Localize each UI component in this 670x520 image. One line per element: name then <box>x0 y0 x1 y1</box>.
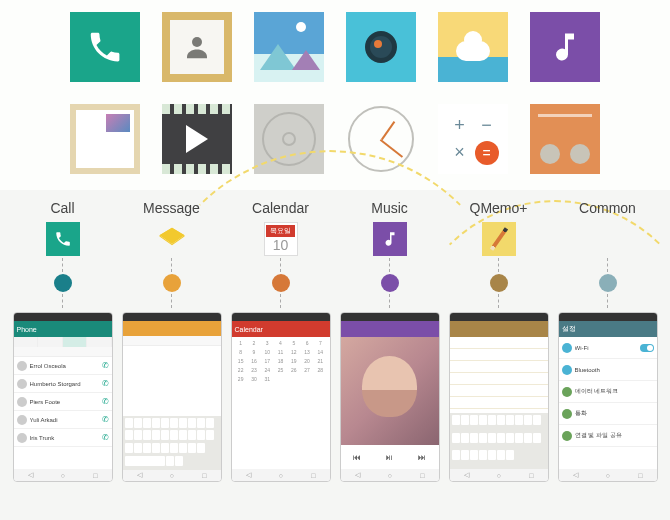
action-bar <box>341 321 439 337</box>
calculator-icon[interactable]: + − × = <box>438 104 508 174</box>
color-dot <box>54 274 72 292</box>
contact-list: Errol Osceola✆ Humberto Storgard✆ Piers … <box>14 357 112 469</box>
nav-bar: ◁○□ <box>14 469 112 481</box>
action-bar: Calendar <box>232 321 330 337</box>
action-bar: Phone <box>14 321 112 337</box>
search-field[interactable] <box>14 347 112 357</box>
phone-icon: ✆ <box>102 379 109 388</box>
phone-icon: ✆ <box>102 415 109 424</box>
album-art <box>341 337 439 445</box>
nav-bar: ◁○□ <box>232 469 330 481</box>
pencil-icon <box>489 227 507 251</box>
camera-icon[interactable] <box>346 12 416 82</box>
placeholder-icon <box>591 222 625 256</box>
phone-icon: ✆ <box>102 361 109 370</box>
file-manager-icon[interactable] <box>254 104 324 174</box>
icon-grid: + − × = <box>50 12 620 174</box>
radio-icon[interactable] <box>530 104 600 174</box>
theme-mapping-panel: Call Phone Errol Osceola✆ Humberto Storg… <box>0 190 670 520</box>
clock-icon[interactable] <box>346 104 416 174</box>
action-bar: 설정 <box>559 321 657 337</box>
gallery-icon[interactable] <box>254 12 324 82</box>
weather-icon[interactable] <box>438 12 508 82</box>
color-dot <box>381 274 399 292</box>
call-app-screenshot: Phone Errol Osceola✆ Humberto Storgard✆ … <box>13 312 113 482</box>
multiply-sign: × <box>446 139 473 166</box>
svg-point-0 <box>192 37 202 47</box>
phone-icon: ✆ <box>102 433 109 442</box>
calendar-icon[interactable]: 목요일 10 <box>264 222 298 256</box>
message-input[interactable] <box>123 336 221 346</box>
list-item[interactable]: Piers Foote✆ <box>14 393 112 411</box>
phone-icon: ✆ <box>102 397 109 406</box>
message-app-screenshot: ◁○□ <box>122 312 222 482</box>
video-icon[interactable] <box>162 104 232 174</box>
phone-icon[interactable] <box>70 12 140 82</box>
memo-canvas[interactable] <box>450 337 548 413</box>
contacts-icon[interactable] <box>162 12 232 82</box>
theme-column-qmemo: QMemo+ ◁○□ <box>448 200 549 510</box>
qmemo-app-screenshot: ◁○□ <box>449 312 549 482</box>
list-item[interactable]: Errol Osceola✆ <box>14 357 112 375</box>
theme-column-music: Music ⏮ ⏯ ⏭ ◁○□ <box>339 200 440 510</box>
theme-column-message: Message ◁○□ <box>121 200 222 510</box>
color-dot <box>490 274 508 292</box>
list-item[interactable]: Wi-Fi <box>559 337 657 359</box>
nav-bar: ◁○□ <box>123 470 221 482</box>
nav-bar: ◁○□ <box>450 469 548 481</box>
music-icon[interactable] <box>530 12 600 82</box>
color-dot <box>272 274 290 292</box>
calendar-day-number: 10 <box>273 237 289 253</box>
qmemo-icon[interactable] <box>482 222 516 256</box>
theme-column-common: Common 설정 Wi-Fi Bluetooth 데이터 네트워크 통화 연결… <box>557 200 658 510</box>
list-item[interactable]: Humberto Storgard✆ <box>14 375 112 393</box>
tab-bar <box>14 337 112 347</box>
month-grid[interactable]: 1234567 891011121314 15161718192021 2223… <box>232 337 330 469</box>
list-item[interactable]: Bluetooth <box>559 359 657 381</box>
message-icon[interactable] <box>155 222 189 256</box>
keyboard[interactable] <box>123 416 221 470</box>
icon-showcase-panel: + − × = <box>0 0 670 190</box>
column-label: Music <box>371 200 408 218</box>
settings-app-screenshot: 설정 Wi-Fi Bluetooth 데이터 네트워크 통화 연결 및 파일 공… <box>558 312 658 482</box>
action-bar <box>123 321 221 336</box>
theme-column-call: Call Phone Errol Osceola✆ Humberto Storg… <box>12 200 113 510</box>
column-label: Call <box>50 200 74 218</box>
next-button[interactable]: ⏭ <box>418 453 426 462</box>
column-label: Calendar <box>252 200 309 218</box>
column-label: Message <box>143 200 200 218</box>
color-dot <box>163 274 181 292</box>
list-item[interactable]: 연결 및 파일 공유 <box>559 425 657 447</box>
action-bar <box>450 321 548 337</box>
list-item[interactable]: 통화 <box>559 403 657 425</box>
calendar-day-label: 목요일 <box>266 225 295 237</box>
column-label: Common <box>579 200 636 218</box>
equals-sign: = <box>475 141 499 165</box>
music-icon[interactable] <box>373 222 407 256</box>
play-button[interactable]: ⏯ <box>385 453 393 462</box>
list-item[interactable]: Yuli Arkadi✆ <box>14 411 112 429</box>
settings-list: Wi-Fi Bluetooth 데이터 네트워크 통화 연결 및 파일 공유 <box>559 337 657 469</box>
list-item[interactable]: Iris Trunk✆ <box>14 429 112 447</box>
notes-icon[interactable] <box>70 104 140 174</box>
phone-icon[interactable] <box>46 222 80 256</box>
list-item[interactable]: 데이터 네트워크 <box>559 381 657 403</box>
keyboard[interactable] <box>450 413 548 469</box>
theme-column-calendar: Calendar 목요일 10 Calendar 1234567 8910111… <box>230 200 331 510</box>
calendar-app-screenshot: Calendar 1234567 891011121314 1516171819… <box>231 312 331 482</box>
player-controls[interactable]: ⏮ ⏯ ⏭ <box>341 445 439 469</box>
nav-bar: ◁○□ <box>559 469 657 481</box>
music-app-screenshot: ⏮ ⏯ ⏭ ◁○□ <box>340 312 440 482</box>
minus-sign: − <box>473 112 500 139</box>
color-dot <box>599 274 617 292</box>
plus-sign: + <box>446 112 473 139</box>
prev-button[interactable]: ⏮ <box>353 453 361 462</box>
column-label: QMemo+ <box>470 200 528 218</box>
toggle-switch[interactable] <box>640 344 654 352</box>
nav-bar: ◁○□ <box>341 469 439 481</box>
